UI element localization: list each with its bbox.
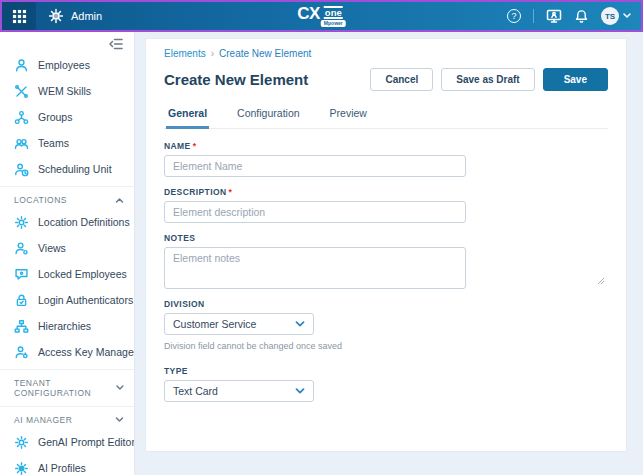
tab-general[interactable]: General	[166, 101, 209, 129]
sidebar-item-access-key-manager[interactable]: Access Key Manager	[0, 339, 134, 365]
gear-icon	[14, 435, 29, 450]
logo-cx-text: CX	[297, 5, 320, 22]
sidebar-item-label: AI Profiles	[38, 462, 86, 474]
cancel-button[interactable]: Cancel	[370, 68, 433, 91]
top-header: Admin CX one Mpower ? TS	[0, 0, 643, 32]
sidebar-item-label: GenAI Prompt Editor	[38, 436, 135, 448]
teams-icon	[14, 136, 29, 151]
notifications-bell-icon[interactable]	[574, 9, 589, 24]
gear-solid-icon	[14, 461, 29, 475]
sidebar-item-label: Location Definitions	[38, 216, 130, 228]
sidebar-item-label: Locked Employees	[38, 268, 127, 280]
gear-icon	[14, 215, 29, 230]
monitor-icon[interactable]	[546, 8, 562, 24]
breadcrumb: Elements › Create New Element	[164, 48, 608, 59]
save-button[interactable]: Save	[543, 68, 608, 91]
division-helper-text: Division field cannot be changed once sa…	[164, 341, 608, 351]
breadcrumb-separator: ›	[211, 48, 214, 59]
admin-gear-icon	[48, 8, 64, 24]
user-menu[interactable]: TS	[601, 7, 631, 25]
sidebar-item-ai-profiles[interactable]: AI Profiles	[0, 455, 134, 475]
sidebar-section-tenant-configuration[interactable]: TENANT CONFIGURATION	[0, 369, 134, 402]
required-asterisk: *	[229, 187, 233, 197]
type-label: TYPE	[164, 366, 608, 376]
create-element-card: Elements › Create New Element Create New…	[145, 38, 627, 452]
sidebar-item-employees[interactable]: Employees	[0, 52, 134, 78]
save-as-draft-button[interactable]: Save as Draft	[441, 68, 534, 91]
hierarchy-tree-icon	[14, 319, 29, 334]
chevron-down-icon	[623, 13, 631, 19]
sidebar-item-label: WEM Skills	[38, 85, 91, 97]
tab-configuration[interactable]: Configuration	[235, 101, 301, 128]
tab-bar: General Configuration Preview	[164, 101, 608, 129]
section-header-label: AI MANAGER	[14, 415, 72, 425]
section-header-label: TENANT CONFIGURATION	[14, 378, 116, 398]
sidebar-item-label: Access Key Manager	[38, 346, 135, 358]
sidebar-item-label: Groups	[38, 111, 72, 123]
help-icon[interactable]: ?	[507, 9, 521, 23]
sidebar: Employees WEM Skills Groups Teams Schedu…	[0, 32, 135, 475]
chevron-down-icon	[116, 385, 124, 391]
chevron-up-icon	[115, 197, 124, 203]
sidebar-item-label: Scheduling Unit	[38, 163, 112, 175]
sidebar-item-groups[interactable]: Groups	[0, 104, 134, 130]
chevron-down-icon	[295, 321, 305, 328]
logo-badge: Mpower	[321, 20, 346, 27]
sidebar-item-views[interactable]: Views	[0, 235, 134, 261]
cxone-logo: CX one Mpower	[297, 5, 346, 27]
sidebar-section-ai-manager[interactable]: AI MANAGER	[0, 406, 134, 429]
sidebar-item-label: Teams	[38, 137, 69, 149]
page-title: Create New Element	[164, 71, 308, 88]
sidebar-item-label: Hierarchies	[38, 320, 91, 332]
type-select[interactable]: Text Card	[164, 380, 314, 402]
sidebar-item-locked-employees[interactable]: Locked Employees	[0, 261, 134, 287]
person-clock-icon	[14, 162, 29, 177]
help-glyph: ?	[511, 11, 516, 21]
sidebar-item-scheduling-unit[interactable]: Scheduling Unit	[0, 156, 134, 182]
person-icon	[14, 58, 29, 73]
sidebar-item-login-authenticators[interactable]: Login Authenticators	[0, 287, 134, 313]
breadcrumb-current: Create New Element	[219, 48, 311, 59]
name-label: NAME*	[164, 141, 608, 151]
groups-icon	[14, 110, 29, 125]
type-value: Text Card	[173, 385, 218, 397]
chevron-down-icon	[115, 417, 124, 423]
main-area: Elements › Create New Element Create New…	[135, 32, 643, 475]
name-input[interactable]	[164, 155, 466, 177]
collapse-menu-icon[interactable]	[108, 37, 124, 51]
element-form: NAME* DESCRIPTION* NOTES	[164, 141, 608, 402]
sidebar-item-hierarchies[interactable]: Hierarchies	[0, 313, 134, 339]
avatar: TS	[601, 7, 619, 25]
logo-one-text: one	[324, 6, 343, 19]
breadcrumb-elements-link[interactable]: Elements	[164, 48, 206, 59]
sidebar-item-genai-prompt-editor[interactable]: GenAI Prompt Editor	[0, 429, 134, 455]
notes-label: NOTES	[164, 233, 608, 243]
header-divider	[533, 9, 534, 23]
division-label: DIVISION	[164, 299, 608, 309]
chevron-down-icon	[295, 388, 305, 395]
notes-textarea[interactable]	[164, 247, 466, 289]
app-label: Admin	[71, 10, 102, 22]
grid-icon	[12, 9, 27, 24]
division-select[interactable]: Customer Service	[164, 313, 314, 335]
sidebar-item-teams[interactable]: Teams	[0, 130, 134, 156]
sidebar-item-label: Employees	[38, 59, 90, 71]
app-launcher-button[interactable]	[2, 2, 36, 30]
description-label: DESCRIPTION*	[164, 187, 608, 197]
tab-preview[interactable]: Preview	[328, 101, 369, 128]
sidebar-item-label: Views	[38, 242, 66, 254]
sidebar-section-locations[interactable]: LOCATIONS	[0, 186, 134, 209]
person-badge-icon	[14, 241, 29, 256]
sidebar-item-wem-skills[interactable]: WEM Skills	[0, 78, 134, 104]
resize-handle-icon[interactable]	[597, 277, 605, 285]
person-key-icon	[14, 345, 29, 360]
division-value: Customer Service	[173, 318, 256, 330]
lock-check-icon	[14, 293, 29, 308]
chat-lock-icon	[14, 267, 29, 282]
sidebar-item-location-definitions[interactable]: Location Definitions	[0, 209, 134, 235]
required-asterisk: *	[193, 141, 197, 151]
current-app-selector[interactable]: Admin	[48, 8, 102, 24]
description-input[interactable]	[164, 201, 466, 223]
section-header-label: LOCATIONS	[14, 195, 67, 205]
sidebar-item-label: Login Authenticators	[38, 294, 133, 306]
